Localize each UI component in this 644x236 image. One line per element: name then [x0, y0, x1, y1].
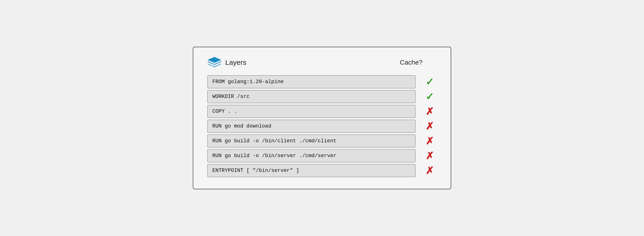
layers-icon: [208, 56, 222, 68]
main-card: Layers Cache? FROM golang:1.20-alpine✓WO…: [193, 47, 451, 189]
table-row: COPY . .✗: [208, 105, 436, 118]
layers-list: FROM golang:1.20-alpine✓WORKDIR /src✓COP…: [208, 76, 436, 177]
svg-marker-0: [208, 57, 221, 63]
layer-command: FROM golang:1.20-alpine: [208, 76, 416, 88]
layer-command: ENTRYPOINT [ "/bin/server" ]: [208, 164, 416, 177]
cache-miss-icon: ✗: [422, 106, 436, 117]
table-row: RUN go build -o /bin/client ./cmd/client…: [208, 134, 436, 148]
table-row: RUN go mod download✗: [208, 120, 436, 133]
table-row: ENTRYPOINT [ "/bin/server" ]✗: [208, 164, 436, 177]
cache-hit-icon: ✓: [422, 76, 436, 88]
layer-command: RUN go build -o /bin/server ./cmd/server: [208, 149, 416, 162]
table-row: FROM golang:1.20-alpine✓: [208, 76, 436, 88]
cache-hit-icon: ✓: [422, 91, 436, 102]
layer-command: RUN go mod download: [208, 120, 416, 133]
cache-miss-icon: ✗: [422, 150, 436, 162]
cache-miss-icon: ✗: [422, 135, 436, 147]
page-title: Layers: [225, 58, 246, 66]
header: Layers Cache?: [208, 56, 436, 68]
layer-command: WORKDIR /src: [208, 90, 416, 103]
table-row: RUN go build -o /bin/server ./cmd/server…: [208, 149, 436, 162]
cache-header-label: Cache?: [400, 59, 436, 66]
layer-command: RUN go build -o /bin/client ./cmd/client: [208, 134, 416, 148]
layer-command: COPY . .: [208, 105, 416, 118]
cache-miss-icon: ✗: [422, 165, 436, 176]
table-row: WORKDIR /src✓: [208, 90, 436, 103]
cache-miss-icon: ✗: [422, 120, 436, 132]
